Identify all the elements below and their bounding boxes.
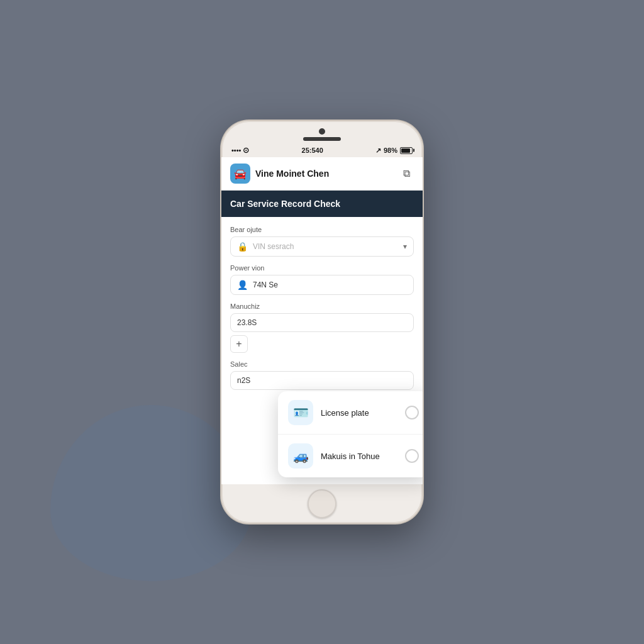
add-button[interactable]: + (230, 335, 248, 353)
salec-label: Salec (230, 360, 414, 368)
app-header: 🚘 Vine Moinet Chen ⧉ (221, 157, 423, 191)
dropdown-chevron-icon: ▾ (403, 242, 407, 251)
signal-dots: •••• (231, 147, 241, 154)
home-button[interactable] (308, 489, 336, 518)
vin-search-group: Bear ojute 🔒 VIN sesrach ▾ (230, 226, 414, 257)
speaker (303, 137, 341, 141)
manuchiz-input[interactable]: 23.8S (230, 313, 414, 332)
wifi-icon: ⊙ (243, 146, 249, 155)
section-title: Car Service Record Check (230, 199, 340, 209)
makuis-radio[interactable] (405, 449, 419, 463)
logo-icon: 🚘 (234, 168, 247, 180)
manuchiz-group: Manuchiz 23.8S + (230, 303, 414, 353)
license-plate-radio[interactable] (405, 406, 419, 419)
battery-icon (400, 147, 413, 154)
power-vion-label: Power vion (230, 264, 414, 272)
lock-icon: 🔒 (237, 242, 248, 252)
license-plate-icon: 🪪 (288, 400, 313, 425)
location-arrow-icon: ↗ (375, 147, 381, 155)
license-plate-label: License plate (321, 408, 397, 418)
manuchiz-value: 23.8S (237, 318, 257, 327)
app-title: Vine Moinet Chen (255, 169, 329, 179)
dropdown-item-license-plate[interactable]: 🪪 License plate (278, 391, 423, 435)
makuis-label: Makuis in Tohue (321, 452, 397, 461)
power-vion-group: Power vion 👤 74N Se (230, 264, 414, 295)
battery-pct: 98% (384, 147, 397, 154)
vin-search-label: Bear ojute (230, 226, 414, 233)
phone-frame: •••• ⊙ 25:540 ↗ 98% 🚘 Vine Moinet Chen ⧉ (221, 121, 423, 523)
plus-icon: + (236, 338, 242, 350)
power-vion-value: 74N Se (253, 280, 278, 289)
salec-value: n2S (237, 376, 250, 385)
status-left: •••• ⊙ (231, 146, 249, 155)
status-right: ↗ 98% (375, 147, 413, 155)
vin-search-input[interactable]: 🔒 VIN sesrach ▾ (230, 236, 414, 257)
status-time: 25:540 (302, 147, 323, 154)
salec-group: Salec n2S (230, 360, 414, 390)
person-icon: 👤 (237, 280, 248, 290)
dropdown-item-makuis[interactable]: 🚙 Makuis in Tohue (278, 435, 423, 477)
app-logo: 🚘 (230, 164, 250, 184)
dropdown-popup: 🪪 License plate 🚙 Makuis in Tohue (278, 391, 423, 477)
section-header: Car Service Record Check (221, 191, 423, 217)
manuchiz-label: Manuchiz (230, 303, 414, 310)
app-header-left: 🚘 Vine Moinet Chen (230, 164, 329, 184)
salec-input[interactable]: n2S (230, 371, 414, 390)
external-link-icon: ⧉ (403, 168, 410, 179)
external-link-button[interactable]: ⧉ (399, 166, 414, 181)
phone-top (221, 121, 423, 143)
camera (319, 128, 325, 135)
vin-search-placeholder: VIN sesrach (253, 242, 398, 251)
battery-fill (401, 148, 410, 153)
status-bar: •••• ⊙ 25:540 ↗ 98% (221, 143, 423, 157)
car-icon: 🚙 (288, 443, 313, 469)
power-vion-input[interactable]: 👤 74N Se (230, 275, 414, 295)
